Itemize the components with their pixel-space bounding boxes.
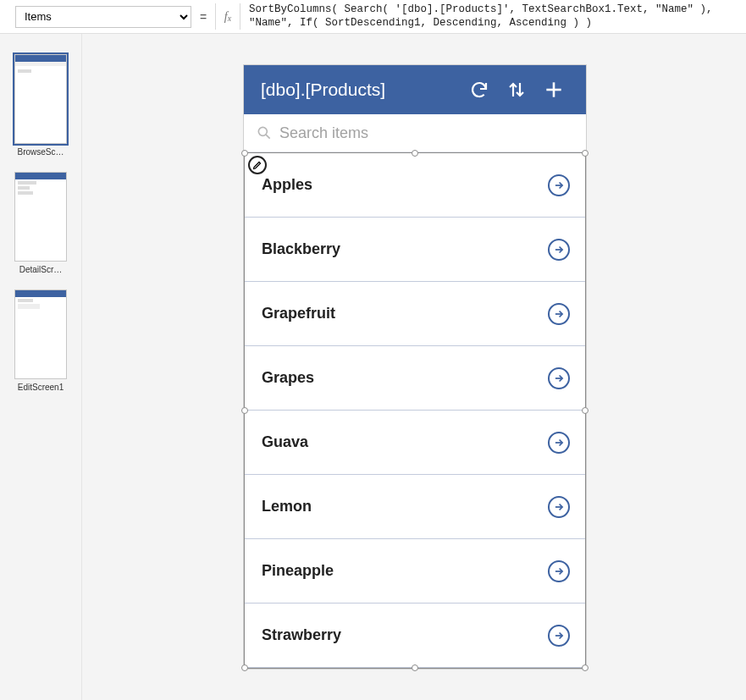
list-item[interactable]: Guava <box>245 411 585 475</box>
search-bar <box>244 114 586 152</box>
screens-panel: BrowseSc… DetailScr… EditScreen1 <box>0 34 82 700</box>
app-title: [dbo].[Products] <box>261 80 461 100</box>
list-item[interactable]: Apples <box>245 153 585 218</box>
navigate-arrow-icon[interactable] <box>548 174 570 196</box>
refresh-icon[interactable] <box>461 80 498 100</box>
screen-label: DetailScr… <box>14 265 67 274</box>
screen-thumb-browse[interactable]: BrowseSc… <box>14 54 67 157</box>
svg-point-0 <box>258 127 267 135</box>
gallery[interactable]: ApplesBlackberryGrapefruitGrapesGuavaLem… <box>244 152 586 669</box>
navigate-arrow-icon[interactable] <box>548 239 570 261</box>
fx-icon[interactable]: fx <box>215 3 240 30</box>
list-item[interactable]: Grapefruit <box>245 282 585 346</box>
phone-frame: [dbo].[Products] <box>243 64 587 670</box>
formula-text[interactable]: SortByColumns( Search( '[dbo].[Products]… <box>240 0 746 33</box>
screen-label: EditScreen1 <box>14 383 67 392</box>
list-item[interactable]: Blackberry <box>245 218 585 282</box>
list-item-label: Strawberry <box>262 626 548 644</box>
list-item[interactable]: Strawberry <box>245 604 585 668</box>
gallery-items: ApplesBlackberryGrapefruitGrapesGuavaLem… <box>245 153 585 668</box>
navigate-arrow-icon[interactable] <box>548 560 570 582</box>
list-item[interactable]: Grapes <box>245 346 585 411</box>
add-icon[interactable] <box>535 79 572 101</box>
list-item-label: Guava <box>262 433 548 451</box>
navigate-arrow-icon[interactable] <box>548 625 570 647</box>
search-input[interactable] <box>279 124 574 142</box>
list-item-label: Grapefruit <box>262 305 548 322</box>
app-header: [dbo].[Products] <box>244 65 586 114</box>
screen-label: BrowseSc… <box>14 147 67 157</box>
navigate-arrow-icon[interactable] <box>548 367 570 389</box>
workspace: BrowseSc… DetailScr… EditScreen1 <box>0 34 746 700</box>
navigate-arrow-icon[interactable] <box>548 496 570 518</box>
list-item-label: Apples <box>262 176 548 194</box>
list-item[interactable]: Pineapple <box>245 539 585 604</box>
screen-thumb-detail[interactable]: DetailScr… <box>14 172 67 274</box>
screen-thumb-edit[interactable]: EditScreen1 <box>14 289 67 392</box>
list-item-label: Lemon <box>262 498 548 515</box>
edit-template-icon[interactable] <box>248 156 267 174</box>
search-icon <box>256 124 273 141</box>
list-item-label: Blackberry <box>262 240 548 258</box>
canvas[interactable]: [dbo].[Products] <box>82 34 746 700</box>
property-dropdown[interactable]: Items <box>15 6 191 28</box>
equals-label: = <box>191 10 215 24</box>
list-item-label: Grapes <box>262 369 548 387</box>
sort-icon[interactable] <box>498 80 535 100</box>
navigate-arrow-icon[interactable] <box>548 303 570 325</box>
formula-bar: Items = fx SortByColumns( Search( '[dbo]… <box>0 0 746 34</box>
navigate-arrow-icon[interactable] <box>548 432 570 454</box>
list-item[interactable]: Lemon <box>245 475 585 539</box>
list-item-label: Pineapple <box>262 562 548 580</box>
